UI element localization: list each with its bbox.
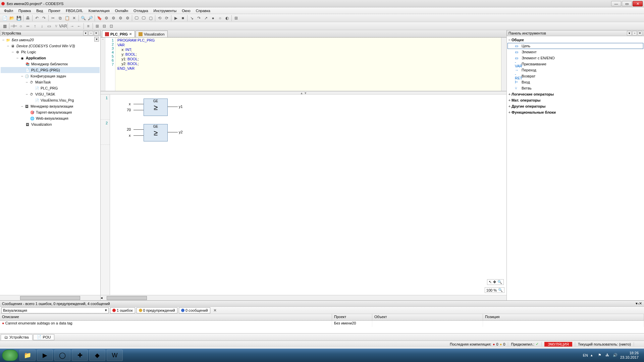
menu-online[interactable]: Онлайн: [112, 9, 131, 13]
taskbar-explorer-icon[interactable]: 📁: [19, 350, 36, 361]
fbd-extra2-icon[interactable]: ⊟: [101, 23, 108, 29]
tree-selector-icon[interactable]: ▾: [94, 37, 99, 42]
fbd-scrollbar-h[interactable]: ◂: [101, 295, 506, 300]
editor-splitter[interactable]: ▲ ▼: [101, 91, 506, 95]
fbd-coil-icon[interactable]: ○: [17, 23, 24, 29]
messages-category-combo[interactable]: Визуализация▾: [1, 307, 109, 313]
fbd-block-icon[interactable]: ▭: [46, 23, 52, 29]
toolbox-item-branch[interactable]: ⑂Ветвь: [507, 85, 643, 91]
zoom-fit-icon[interactable]: 🔍: [498, 288, 503, 292]
toolbox-cat-math[interactable]: +Мат. операторы: [507, 97, 643, 103]
delete-icon[interactable]: ✕: [71, 15, 77, 21]
tree-scrollbar-h[interactable]: [0, 295, 100, 300]
tray-volume-icon[interactable]: 🔊: [613, 353, 618, 358]
toolbox-close-icon[interactable]: ✕: [638, 31, 642, 36]
menu-help[interactable]: Справка: [193, 9, 213, 13]
col-description[interactable]: Описание: [0, 314, 332, 320]
filter-warnings[interactable]: 0 предупреждений: [137, 307, 177, 313]
close-button[interactable]: ✕: [633, 1, 643, 6]
toolbox-item-jump[interactable]: →Переход: [507, 67, 643, 73]
tree-main-task[interactable]: −⏱MainTask: [1, 79, 100, 85]
tray-flag-icon[interactable]: ⚑: [598, 353, 603, 358]
open-icon[interactable]: 📂: [8, 15, 15, 21]
tree-lib-manager[interactable]: 📚Менеджер библиотек: [1, 61, 100, 67]
bottom-tab-pou[interactable]: 📄POU: [33, 334, 55, 340]
tree-application[interactable]: −◉Application: [1, 55, 100, 61]
tree-task-cfg[interactable]: −🕒Конфигурация задач: [1, 73, 100, 79]
toolbox-tree[interactable]: −Общее ▭Цепь ▭Элемент ▭Элемент с EN/ENO …: [507, 36, 644, 300]
tree-visu-mgr[interactable]: −🖼Менеджер визуализации: [1, 103, 100, 109]
fbd-contact-icon[interactable]: ⊣⊢: [10, 23, 17, 29]
tree-target-visu[interactable]: 🎯Таргет-визуализация: [1, 109, 100, 115]
fbd-input-x2[interactable]: x: [129, 133, 131, 137]
login-icon[interactable]: ⟲: [156, 15, 163, 21]
bottom-tab-devices[interactable]: 🗂Устройства: [1, 334, 33, 340]
step-over-icon[interactable]: ↷: [196, 15, 202, 21]
undo-icon[interactable]: ↶: [34, 15, 40, 21]
col-project[interactable]: Проект: [332, 314, 372, 320]
tree-plc-prg[interactable]: 📄PLC_PRG (PRG): [1, 67, 100, 73]
tray-chevron-icon[interactable]: ▴: [591, 353, 595, 358]
panel-close-icon[interactable]: ✕: [94, 31, 99, 36]
tree-visu-elems[interactable]: 📄VisuElems.Visu_Prg: [1, 97, 100, 103]
copy-icon[interactable]: ⧉: [57, 15, 63, 21]
filter-info[interactable]: 0 сообщений: [179, 307, 210, 313]
menu-view[interactable]: Вид: [34, 9, 46, 13]
tab-plc-prg[interactable]: PLC_PRG ✕: [102, 31, 135, 37]
logout-icon[interactable]: ⟳: [163, 15, 170, 21]
messages-clear-icon[interactable]: ✕: [212, 307, 218, 314]
menu-fbdldil[interactable]: FBD/LD/IL: [63, 9, 86, 13]
tool-icon[interactable]: ⚙: [103, 15, 110, 21]
cut-icon[interactable]: ✂: [50, 15, 56, 21]
fbd-editor[interactable]: 1 2 GE ≥ x 70 y1 GE ≥: [101, 95, 506, 295]
declaration-editor[interactable]: − 123 456 7 PROGRAM PLC_PRG VAR x: INT; …: [101, 38, 506, 91]
toolbox-item-element-eneno[interactable]: ▭Элемент с EN/ENO: [507, 55, 643, 61]
taskbar-app-icon[interactable]: ✚: [72, 350, 88, 361]
fbd-new-icon[interactable]: ▦: [1, 23, 8, 29]
tab-close-icon[interactable]: ✕: [129, 32, 132, 36]
tree-visualization[interactable]: 🖼Visualization: [1, 121, 100, 127]
menu-file[interactable]: Файл: [1, 9, 16, 13]
menu-debug[interactable]: Отладка: [131, 9, 151, 13]
fbd-block-ge-1[interactable]: GE ≥: [144, 99, 168, 116]
system-tray[interactable]: EN ▴ ⚑ 🖧 🔊 18:26 23.10.2017: [580, 351, 642, 360]
tree-root[interactable]: −📁Без имени20: [1, 37, 100, 43]
toolbox-item-input[interactable]: ⊢Вход: [507, 79, 643, 85]
fbd-output-y1[interactable]: y1: [179, 105, 183, 109]
print-icon[interactable]: 🖶: [24, 15, 31, 21]
messages-close-icon[interactable]: ✕: [639, 301, 642, 306]
toolbox-cat-fb[interactable]: +Функциональные блоки: [507, 109, 643, 115]
start-button[interactable]: [2, 350, 18, 361]
stop-icon[interactable]: ■: [179, 15, 186, 21]
toolbox-dropdown-icon[interactable]: ▾: [627, 31, 632, 36]
tool4-icon[interactable]: ⚙: [124, 15, 131, 21]
pan-icon[interactable]: ✥: [493, 280, 496, 284]
fbd-jump-icon[interactable]: →: [69, 23, 75, 29]
fbd-input-70[interactable]: 70: [127, 108, 131, 112]
save-icon[interactable]: 💾: [15, 15, 22, 21]
tree-plc-prg-ref[interactable]: 📄PLC_PRG: [1, 85, 100, 91]
tab-visualization[interactable]: Visualization: [136, 31, 168, 37]
extra-icon[interactable]: ⊞: [233, 15, 239, 21]
tray-network-icon[interactable]: 🖧: [605, 353, 610, 358]
redo-icon[interactable]: ↷: [41, 15, 47, 21]
tray-lang[interactable]: EN: [583, 353, 588, 357]
fbd-input-20[interactable]: 20: [127, 127, 131, 131]
device-tree[interactable]: ▾ −📁Без имени20 −🖥Device (CODESYS Contro…: [0, 36, 100, 295]
paste-icon[interactable]: 📋: [64, 15, 70, 21]
menu-edit[interactable]: Правка: [16, 9, 34, 13]
menu-window[interactable]: Окно: [179, 9, 193, 13]
fbd-ret-icon[interactable]: ←: [76, 23, 83, 29]
taskbar-chrome-icon[interactable]: ◯: [54, 350, 70, 361]
taskbar-codesys-icon[interactable]: ◆: [89, 350, 105, 361]
fbd-branch-icon[interactable]: ⑂: [53, 23, 59, 29]
bp2-icon[interactable]: ○: [217, 15, 223, 21]
panel-pin-icon[interactable]: ▫: [89, 31, 93, 36]
toolbox-item-assign[interactable]: -VARПрисваивание: [507, 61, 643, 67]
bookmark-icon[interactable]: 🔖: [96, 15, 103, 21]
fbd-block-ge-2[interactable]: GE ≥: [144, 124, 168, 141]
fbd-up-icon[interactable]: ↑: [32, 23, 38, 29]
fbd-var-icon[interactable]: VAR: [60, 23, 66, 29]
message-row[interactable]: ● Cannot enumerate subtags on a data tag…: [0, 321, 644, 327]
menu-tools[interactable]: Инструменты: [151, 9, 179, 13]
